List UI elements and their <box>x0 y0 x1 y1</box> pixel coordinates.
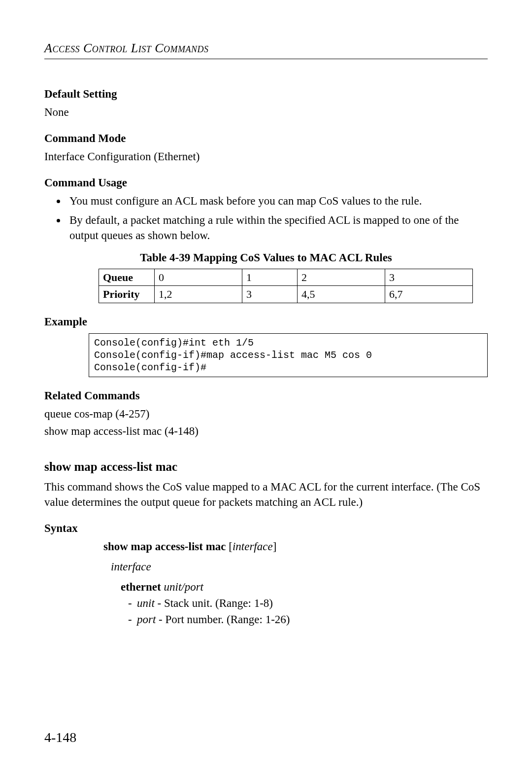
running-head-text: Access Control List Commands <box>44 41 209 55</box>
sublist-text: port - Port number. (Range: 1-26) <box>137 612 290 627</box>
command-mode-value: Interface Configuration (Ethernet) <box>44 149 488 164</box>
header-rule <box>44 59 488 59</box>
unit-desc: - Stack unit. (Range: 1-8) <box>155 597 273 609</box>
bracket-close: ] <box>273 540 277 553</box>
sublist-row: - unit - Stack unit. (Range: 1-8) <box>128 596 488 611</box>
table-cell: 4,5 <box>298 286 385 303</box>
port-desc: - Port number. (Range: 1-26) <box>156 613 290 626</box>
port-param: port <box>137 613 156 626</box>
sublist-row: - port - Port number. (Range: 1-26) <box>128 612 488 627</box>
table-cell: 2 <box>298 269 385 286</box>
ethernet-sublist: - unit - Stack unit. (Range: 1-8) - port… <box>128 596 488 627</box>
running-head: Access Control List Commands <box>44 39 488 57</box>
table-cell: 1,2 <box>155 286 242 303</box>
example-label: Example <box>44 314 488 329</box>
syntax-param: interface <box>233 540 273 553</box>
table-cell: 6,7 <box>385 286 473 303</box>
dash-icon: - <box>128 612 137 627</box>
console-example: Console(config)#int eth 1/5 Console(conf… <box>89 333 488 377</box>
bracket-open: [ <box>226 540 233 553</box>
table-cell: 0 <box>155 269 242 286</box>
command-usage-list: You must configure an ACL mask before yo… <box>44 193 488 243</box>
command-usage-item: You must configure an ACL mask before yo… <box>66 193 488 209</box>
default-setting-value: None <box>44 105 488 120</box>
unit-param: unit <box>137 597 155 609</box>
table-caption: Table 4-39 Mapping CoS Values to MAC ACL… <box>44 250 488 265</box>
table-row-label: Priority <box>99 286 155 303</box>
syntax-line: show map access-list mac [interface] <box>103 539 488 554</box>
default-setting-label: Default Setting <box>44 86 488 102</box>
page-number: 4-148 <box>44 728 76 747</box>
command-mode-label: Command Mode <box>44 131 488 146</box>
dash-icon: - <box>128 596 137 611</box>
table-row-label: Queue <box>99 269 155 286</box>
command-description: This command shows the CoS value mapped … <box>44 479 488 510</box>
table-row: Queue 0 1 2 3 <box>99 269 473 286</box>
related-command-item: queue cos-map (4-257) <box>44 406 488 422</box>
command-heading: show map access-list mac <box>44 458 488 475</box>
cos-mapping-table: Queue 0 1 2 3 Priority 1,2 3 4,5 6,7 <box>99 269 473 303</box>
interface-token: interface <box>111 559 488 574</box>
syntax-label: Syntax <box>44 521 488 536</box>
related-command-item: show map access-list mac (4-148) <box>44 423 488 439</box>
command-usage-label: Command Usage <box>44 175 488 190</box>
table-cell: 1 <box>242 269 298 286</box>
ethernet-param: unit/port <box>164 581 204 593</box>
ethernet-line: ethernet unit/port <box>121 579 488 595</box>
table-cell: 3 <box>385 269 473 286</box>
sublist-text: unit - Stack unit. (Range: 1-8) <box>137 596 273 611</box>
table-cell: 3 <box>242 286 298 303</box>
table-row: Priority 1,2 3 4,5 6,7 <box>99 286 473 303</box>
command-usage-item: By default, a packet matching a rule wit… <box>66 212 488 243</box>
syntax-command: show map access-list mac <box>103 540 226 553</box>
related-commands-label: Related Commands <box>44 388 488 403</box>
ethernet-keyword: ethernet <box>121 581 161 593</box>
